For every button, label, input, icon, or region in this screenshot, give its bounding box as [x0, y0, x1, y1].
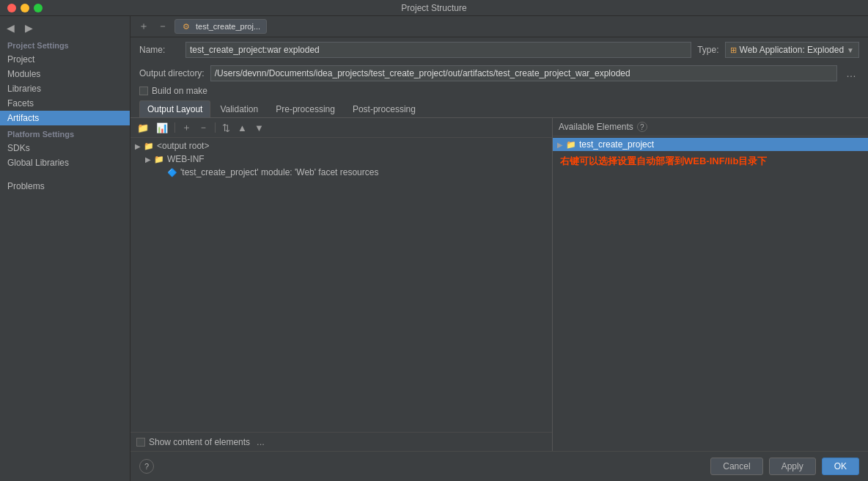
name-label: Name:: [139, 45, 180, 55]
window-controls: [7, 4, 43, 12]
sidebar-item-project[interactable]: Project: [0, 52, 130, 67]
ok-button[interactable]: OK: [822, 458, 859, 475]
build-on-make-checkbox[interactable]: Build on make: [139, 86, 207, 96]
type-label: Type:: [697, 45, 718, 55]
platform-settings-section: Platform Settings: [0, 125, 130, 141]
output-tree: ▶ 📁 <output root> ▶ 📁 WEB-INF ▶ 🔷 ': [130, 138, 552, 432]
toolbar-separator-2: [215, 122, 216, 133]
add-icon[interactable]: ＋: [136, 19, 151, 34]
sidebar-item-facets[interactable]: Facets: [0, 96, 130, 111]
available-elements-header: Available Elements ?: [553, 118, 868, 136]
tree-item-facet-resources[interactable]: ▶ 🔷 'test_create_project' module: 'Web' …: [130, 166, 552, 179]
main-layout: ◀ ▶ Project Settings Project Modules Lib…: [0, 16, 868, 481]
module-icon-facet-resources: 🔷: [167, 167, 177, 177]
close-button[interactable]: [7, 4, 16, 12]
left-remove-icon[interactable]: －: [196, 120, 210, 135]
left-up-icon[interactable]: ▲: [235, 122, 249, 134]
sidebar-item-sdks[interactable]: SDKs: [0, 141, 130, 155]
tree-label-web-inf: WEB-INF: [167, 154, 205, 164]
output-layout-panel: 📁 📊 ＋ － ⇅ ▲ ▼ ▶ 📁 <output root>: [130, 118, 553, 451]
sidebar-toolbar: ◀ ▶: [0, 19, 130, 37]
footer-help-button[interactable]: ?: [139, 459, 154, 474]
available-item-test-create-project[interactable]: ▶ 📁 test_create_project: [553, 138, 868, 151]
build-on-make-label: Build on make: [152, 86, 207, 96]
show-content-checkbox-icon: [136, 438, 145, 447]
folder-icon-output-root: 📁: [144, 141, 154, 151]
artifact-tab-icon: ⚙: [181, 21, 191, 32]
name-input[interactable]: [185, 42, 691, 58]
web-app-icon: ⊞: [730, 45, 737, 55]
back-icon[interactable]: ◀: [4, 22, 17, 34]
type-value: Web Application: Exploded: [740, 45, 845, 55]
tree-item-web-inf[interactable]: ▶ 📁 WEB-INF: [130, 153, 552, 166]
tree-item-output-root[interactable]: ▶ 📁 <output root>: [130, 139, 552, 153]
available-folder-icon-0: 📁: [566, 139, 576, 150]
sidebar-item-problems[interactable]: Problems: [0, 179, 130, 194]
apply-button[interactable]: Apply: [769, 458, 816, 475]
tab-postprocessing[interactable]: Post-processing: [345, 100, 424, 117]
titlebar: Project Structure: [0, 0, 868, 16]
tab-preprocessing[interactable]: Pre-processing: [268, 100, 343, 117]
checkbox-icon: [139, 87, 148, 95]
left-panel-toolbar: 📁 📊 ＋ － ⇅ ▲ ▼: [130, 118, 552, 138]
tree-label-output-root: <output root>: [157, 141, 209, 151]
name-row: Name: Type: ⊞ Web Application: Exploded …: [130, 37, 868, 62]
available-elements-panel: Available Elements ? ▶ 📁 test_create_pro…: [553, 118, 868, 451]
sidebar: ◀ ▶ Project Settings Project Modules Lib…: [0, 16, 130, 481]
output-dir-label: Output directory:: [139, 68, 205, 78]
forward-icon[interactable]: ▶: [23, 22, 35, 34]
toolbar-separator-1: [174, 122, 175, 133]
artifact-tab-label: test_create_proj...: [196, 22, 260, 31]
left-sort-icon[interactable]: ⇅: [220, 122, 232, 134]
project-settings-section: Project Settings: [0, 37, 130, 52]
tree-arrow-web-inf: ▶: [144, 155, 152, 164]
output-dir-input[interactable]: [210, 65, 837, 81]
sidebar-item-global-libraries[interactable]: Global Libraries: [0, 155, 130, 170]
build-on-make-row: Build on make: [130, 84, 868, 98]
show-content-more-btn[interactable]: ...: [254, 436, 267, 448]
left-down-icon[interactable]: ▼: [252, 122, 266, 134]
tree-label-facet-resources: 'test_create_project' module: 'Web' face…: [180, 167, 378, 177]
artifact-tab[interactable]: ⚙ test_create_proj...: [174, 19, 267, 34]
available-elements-title: Available Elements: [559, 122, 633, 132]
window-title: Project Structure: [401, 3, 466, 13]
artifact-toolbar: ＋ － ⚙ test_create_proj...: [130, 16, 868, 37]
type-select[interactable]: ⊞ Web Application: Exploded ▼: [725, 42, 859, 58]
output-dir-row: Output directory: …: [130, 62, 868, 84]
bottom-bar: Show content of elements ...: [130, 432, 552, 451]
tab-bar: Output Layout Validation Pre-processing …: [130, 98, 868, 118]
minimize-button[interactable]: [21, 4, 29, 12]
available-elements-tree: ▶ 📁 test_create_project: [553, 136, 868, 451]
show-content-label: Show content of elements: [149, 437, 250, 447]
sidebar-item-artifacts[interactable]: Artifacts: [0, 111, 130, 125]
remove-icon[interactable]: －: [155, 19, 170, 34]
maximize-button[interactable]: [34, 4, 43, 12]
output-browse-button[interactable]: …: [843, 67, 859, 80]
left-bar-chart-icon[interactable]: 📊: [154, 122, 170, 134]
available-label-0: test_create_project: [579, 139, 654, 150]
dialog-footer: ? Cancel Apply OK: [130, 451, 868, 481]
sidebar-item-modules[interactable]: Modules: [0, 67, 130, 81]
left-add-icon[interactable]: ＋: [180, 120, 194, 135]
help-icon[interactable]: ?: [637, 122, 647, 132]
show-content-checkbox[interactable]: Show content of elements: [136, 437, 250, 447]
sidebar-item-libraries[interactable]: Libraries: [0, 81, 130, 96]
left-folder-icon[interactable]: 📁: [135, 122, 151, 134]
content-area: ＋ － ⚙ test_create_proj... Name: Type: ⊞ …: [130, 16, 868, 481]
available-arrow-0: ▶: [556, 141, 564, 149]
tab-validation[interactable]: Validation: [212, 100, 266, 117]
cancel-button[interactable]: Cancel: [710, 458, 762, 475]
type-dropdown-arrow: ▼: [847, 46, 854, 54]
folder-icon-web-inf: 📁: [154, 154, 164, 164]
show-content-row: Show content of elements ...: [136, 436, 546, 448]
tab-output-layout[interactable]: Output Layout: [139, 100, 210, 117]
tree-arrow-output-root: ▶: [133, 142, 142, 150]
split-panel: 📁 📊 ＋ － ⇅ ▲ ▼ ▶ 📁 <output root>: [130, 118, 868, 451]
